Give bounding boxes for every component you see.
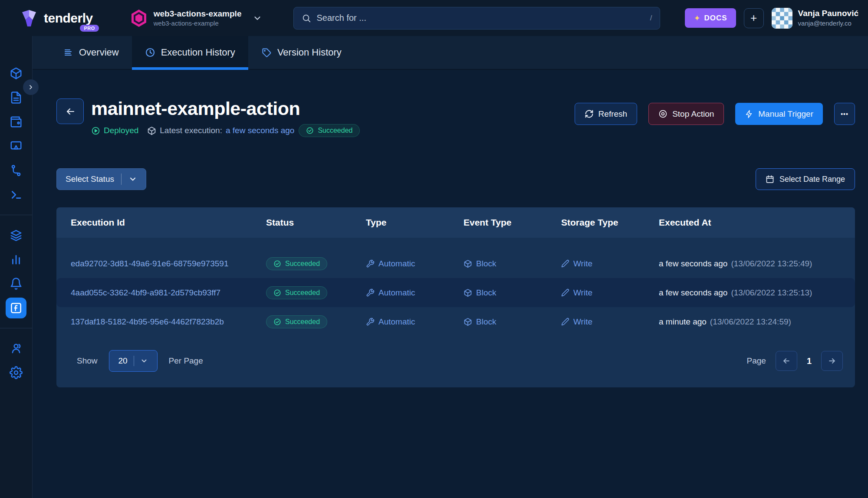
sidebar-item-alerts[interactable] [6, 273, 26, 294]
lightning-icon [745, 110, 753, 118]
calendar-icon [766, 175, 774, 183]
sidebar-item-devnets[interactable] [6, 184, 26, 205]
more-actions-button[interactable]: ••• [834, 103, 855, 125]
sidebar-divider [0, 328, 32, 328]
sidebar-item-transactions[interactable] [6, 63, 26, 84]
current-page: 1 [807, 356, 812, 366]
tag-icon [261, 47, 272, 58]
sidebar-item-wallets[interactable] [6, 111, 26, 132]
sidebar-item-forks[interactable] [6, 160, 26, 181]
clock-icon [145, 47, 155, 58]
settings-gear-icon [10, 366, 23, 379]
user-email: vanja@tenderly.co [798, 19, 858, 28]
latest-execution: Latest execution: a few seconds ago [147, 126, 294, 135]
project-selector[interactable]: web3-actions-example web3-actions-exampl… [130, 9, 263, 28]
arrow-left-icon [782, 357, 791, 365]
deployed-status: Deployed [91, 126, 138, 135]
event-type-cell: Block [464, 288, 561, 298]
type-cell: Automatic [366, 259, 464, 269]
cube-icon [464, 259, 472, 268]
per-page-dropdown[interactable]: 20 [109, 350, 158, 372]
select-status-dropdown[interactable]: Select Status [56, 168, 146, 190]
previous-page-button[interactable] [776, 351, 797, 371]
storage-type-cell: Write [561, 259, 659, 269]
wrench-icon [366, 259, 375, 268]
search-shortcut-hint: / [650, 14, 652, 23]
content-area: mainnet-example-action Deployed Latest e… [33, 70, 868, 498]
storage-type-cell: Write [561, 317, 659, 327]
type-cell: Automatic [366, 288, 464, 298]
user-name: Vanja Paunović [798, 8, 858, 19]
tab-execution-history[interactable]: Execution History [132, 36, 248, 69]
pencil-icon [561, 318, 569, 326]
status-badge: Succeeded [299, 124, 360, 137]
column-header: Type [366, 217, 464, 228]
team-icon [10, 342, 23, 355]
refresh-button[interactable]: Refresh [575, 103, 638, 125]
wrench-icon [366, 288, 375, 297]
execution-id-link[interactable]: eda92702-3d81-49a6-91e6-68759e973591 [71, 259, 266, 269]
executed-at-cell: a minute ago(13/06/2022 13:24:59) [659, 317, 855, 327]
manual-trigger-button[interactable]: Manual Trigger [735, 103, 823, 125]
sidebar-item-simulator[interactable] [6, 136, 26, 157]
sidebar-expand-toggle[interactable] [23, 79, 39, 95]
refresh-icon [585, 109, 594, 118]
status-cell: Succeeded [266, 257, 366, 270]
column-header: Event Type [464, 217, 561, 228]
check-circle-icon [273, 289, 281, 297]
page-title: mainnet-example-action [91, 98, 575, 119]
tenderly-wordmark: tenderly PRO [44, 11, 93, 26]
stop-record-icon [658, 109, 667, 118]
pencil-icon [561, 288, 569, 297]
tab-version-history[interactable]: Version History [248, 36, 355, 69]
next-page-button[interactable] [821, 351, 843, 371]
sidebar-item-integrations[interactable] [6, 225, 26, 246]
topbar: tenderly PRO web3-actions-example web3-a… [0, 0, 868, 36]
play-circle-icon [91, 126, 100, 135]
user-menu[interactable]: Vanja Paunović vanja@tenderly.co [772, 8, 858, 29]
status-badge: Succeeded [266, 257, 327, 270]
column-header: Executed At [659, 217, 855, 228]
table-row[interactable]: eda92702-3d81-49a6-91e6-68759e973591Succ… [56, 249, 855, 278]
search-bar[interactable]: / [293, 7, 660, 29]
back-button[interactable] [56, 98, 84, 124]
status-badge: Succeeded [266, 286, 327, 299]
chevron-down-icon [253, 13, 262, 23]
layers-icon [10, 229, 23, 242]
search-input[interactable] [316, 13, 644, 23]
arrow-right-icon [828, 357, 836, 365]
project-subtitle: web3-actions-example [154, 19, 242, 28]
sidebar-item-web3-actions[interactable] [6, 298, 26, 318]
chevron-down-icon [128, 175, 137, 183]
stop-action-button[interactable]: Stop Action [648, 103, 724, 125]
cube-icon [147, 126, 156, 135]
avatar [772, 8, 792, 29]
tenderly-logo[interactable]: tenderly PRO [20, 9, 93, 28]
table-body: eda92702-3d81-49a6-91e6-68759e973591Succ… [56, 238, 855, 336]
execution-id-link[interactable]: 4aad055c-3362-4bf9-a981-2d579cb93ff7 [71, 288, 266, 298]
sparkle-icon: ✦ [694, 13, 700, 23]
pro-badge: PRO [80, 25, 99, 32]
table-row[interactable]: 4aad055c-3362-4bf9-a981-2d579cb93ff7Succ… [56, 278, 855, 307]
pencil-icon [561, 259, 569, 268]
docs-button[interactable]: ✦ DOCS [685, 8, 736, 28]
sidebar-item-settings[interactable] [6, 362, 26, 383]
cube-icon [464, 288, 472, 297]
sidebar-item-team[interactable] [6, 338, 26, 359]
cube-icon [464, 318, 472, 326]
check-circle-icon [306, 127, 314, 134]
alerts-bell-icon [10, 277, 23, 290]
add-button[interactable]: + [744, 8, 764, 28]
terminal-icon [10, 188, 23, 201]
sidebar-divider [0, 215, 32, 215]
chevron-right-icon [27, 84, 34, 91]
chevron-down-icon [140, 357, 148, 365]
execution-id-link[interactable]: 137daf18-5182-4b95-95e6-4462f7823b2b [71, 317, 266, 327]
sidebar-item-analytics[interactable] [6, 249, 26, 270]
select-date-range-button[interactable]: Select Date Range [756, 168, 855, 190]
column-header: Storage Type [561, 217, 659, 228]
table-row[interactable]: 137daf18-5182-4b95-95e6-4462f7823b2bSucc… [56, 307, 855, 336]
executed-at-cell: a few seconds ago(13/06/2022 13:25:49) [659, 259, 855, 269]
page-label: Page [747, 356, 766, 366]
tab-overview[interactable]: Overview [50, 36, 132, 69]
